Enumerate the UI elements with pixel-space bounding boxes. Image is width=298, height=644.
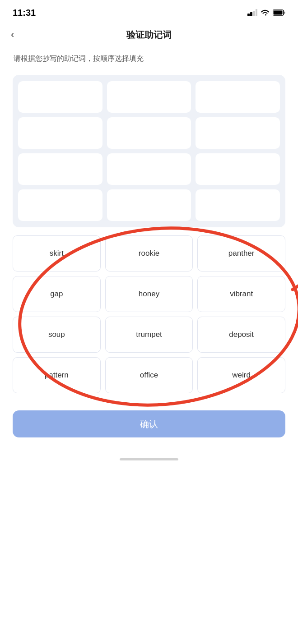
status-icons bbox=[247, 9, 285, 16]
confirm-btn-container: 确认 bbox=[0, 401, 298, 451]
word-cell-skirt[interactable]: skirt bbox=[13, 235, 101, 271]
word-cell-panther[interactable]: panther bbox=[197, 235, 285, 271]
header: ‹ 验证助记词 bbox=[0, 23, 298, 47]
svg-rect-0 bbox=[247, 14, 250, 16]
word-grid-container: skirtrookiepanthergaphoneyvibrantsouptru… bbox=[13, 235, 285, 393]
page-title: 验证助记词 bbox=[126, 29, 172, 41]
home-indicator bbox=[0, 451, 298, 465]
status-time: 11:31 bbox=[13, 8, 36, 18]
word-cell-gap[interactable]: gap bbox=[13, 276, 101, 312]
confirm-button[interactable]: 确认 bbox=[13, 410, 285, 437]
answer-cell bbox=[107, 189, 191, 221]
svg-rect-6 bbox=[284, 12, 285, 14]
answer-cell bbox=[18, 117, 102, 149]
instruction-text: 请根据您抄写的助记词，按顺序选择填充 bbox=[0, 47, 298, 69]
answer-cell bbox=[196, 153, 280, 185]
status-bar: 11:31 bbox=[0, 0, 298, 23]
answer-cell bbox=[196, 81, 280, 113]
svg-rect-5 bbox=[274, 11, 283, 15]
answer-cell bbox=[107, 153, 191, 185]
signal-icon bbox=[247, 9, 257, 16]
battery-icon bbox=[273, 9, 285, 16]
home-bar bbox=[120, 458, 178, 460]
word-cell-soup[interactable]: soup bbox=[13, 317, 101, 353]
svg-rect-3 bbox=[256, 9, 257, 16]
wifi-icon bbox=[260, 9, 270, 16]
word-cell-rookie[interactable]: rookie bbox=[105, 235, 193, 271]
word-cell-office[interactable]: office bbox=[105, 357, 193, 393]
word-cell-vibrant[interactable]: vibrant bbox=[197, 276, 285, 312]
word-cell-pattern[interactable]: pattern bbox=[13, 357, 101, 393]
word-cell-honey[interactable]: honey bbox=[105, 276, 193, 312]
svg-rect-2 bbox=[253, 11, 255, 16]
answer-grid-container bbox=[13, 75, 285, 227]
answer-cell bbox=[18, 81, 102, 113]
answer-cell bbox=[196, 189, 280, 221]
answer-cell bbox=[107, 117, 191, 149]
answer-cell bbox=[196, 117, 280, 149]
word-cell-trumpet[interactable]: trumpet bbox=[105, 317, 193, 353]
back-button[interactable]: ‹ bbox=[11, 30, 14, 40]
word-grid: skirtrookiepanthergaphoneyvibrantsouptru… bbox=[13, 235, 285, 393]
word-cell-weird[interactable]: weird bbox=[197, 357, 285, 393]
answer-cell bbox=[18, 153, 102, 185]
answer-cell bbox=[18, 189, 102, 221]
answer-cell bbox=[107, 81, 191, 113]
word-cell-deposit[interactable]: deposit bbox=[197, 317, 285, 353]
answer-grid bbox=[18, 81, 280, 221]
svg-rect-1 bbox=[250, 12, 252, 16]
